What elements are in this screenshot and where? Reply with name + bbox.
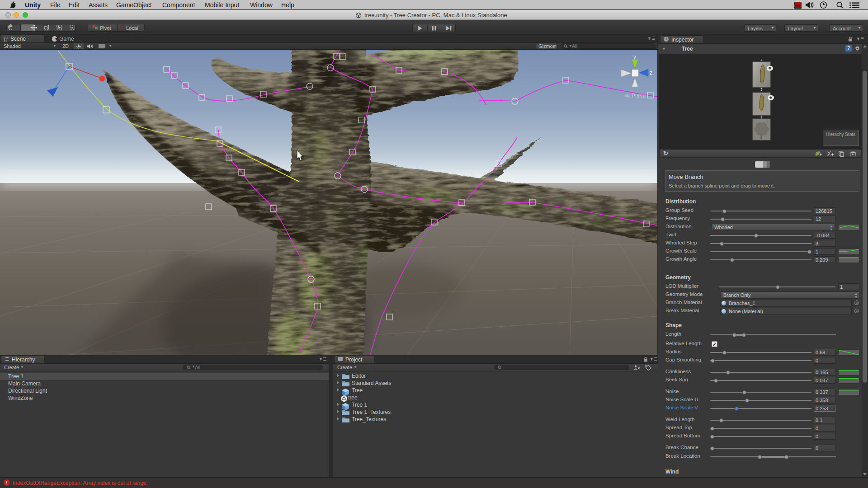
svg-text:≪ Persp: ≪ Persp (624, 93, 646, 99)
svg-text:z: z (650, 70, 652, 76)
